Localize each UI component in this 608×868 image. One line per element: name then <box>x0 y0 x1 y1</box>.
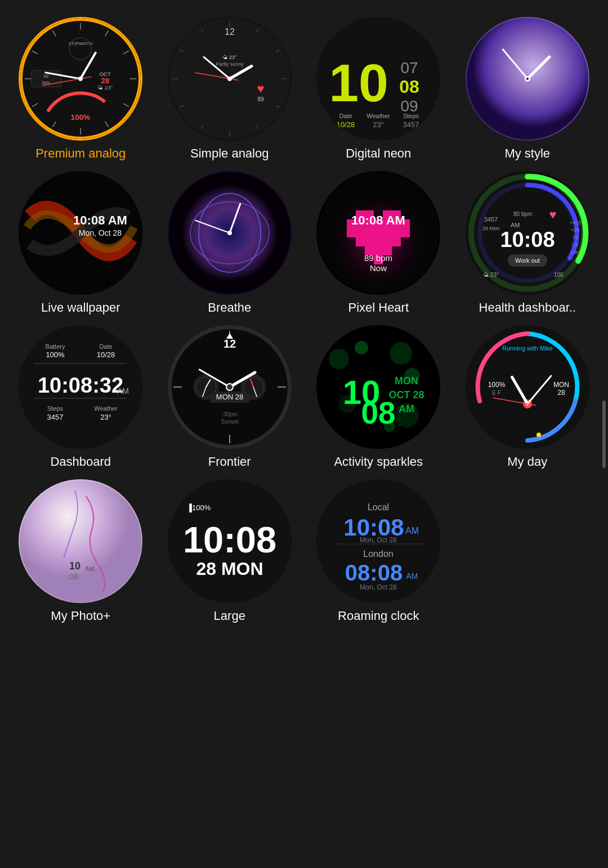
svg-text:STOPWATCH: STOPWATCH <box>69 42 93 46</box>
svg-text:Steps: Steps <box>403 113 419 119</box>
svg-text:Mon, Oct 28: Mon, Oct 28 <box>360 536 397 544</box>
svg-text:12: 12 <box>225 27 235 37</box>
svg-text:Mon, Oct 28: Mon, Oct 28 <box>79 228 122 237</box>
watch-face-large[interactable]: ▐100% 10:08 28 MON <box>168 479 292 603</box>
watch-label-premium-analog: Premium analog <box>35 146 126 161</box>
svg-text:AM: AM <box>399 403 414 415</box>
svg-text:+405: +405 <box>570 220 581 226</box>
watch-face-digital-neon[interactable]: 10 07 08 09 Date Weather Steps 10/28 23°… <box>316 17 440 141</box>
svg-text:80 bpm: 80 bpm <box>513 211 532 217</box>
svg-text:100%: 100% <box>488 381 505 389</box>
svg-text:10: 10 <box>69 560 81 572</box>
watch-face-frontier[interactable]: 12 MON 28 :30pm Sunset <box>168 325 292 449</box>
watch-item-health-dashboard[interactable]: 3457 26 Mon ♥ AM 80 bpm 10:08 Work out 🌤… <box>458 171 597 315</box>
watch-face-roaming-clock[interactable]: Local 10:08 AM Mon, Oct 28 London 08:08 … <box>316 479 440 603</box>
svg-rect-96 <box>356 237 365 246</box>
watch-item-premium-analog[interactable]: STOPWATCH OCT 28 89 bpm 🌤 23° 100% <box>11 17 150 161</box>
svg-text:♥: ♥ <box>549 208 556 222</box>
watch-label-roaming-clock: Roaming clock <box>338 609 419 623</box>
svg-text::30pm: :30pm <box>222 411 238 417</box>
svg-rect-99 <box>383 237 392 246</box>
svg-point-161 <box>226 384 233 390</box>
svg-rect-95 <box>401 228 410 237</box>
svg-text:23°: 23° <box>373 120 384 129</box>
svg-text:+28: +28 <box>571 227 579 233</box>
watch-label-simple-analog: Simple analog <box>190 146 269 161</box>
watch-item-dashboard[interactable]: Battery Date 100% 10/28 10:08:32 AM Step… <box>11 325 150 469</box>
svg-text:100%: 100% <box>46 350 65 359</box>
svg-text:26 Mon: 26 Mon <box>482 226 499 231</box>
svg-text:Battery: Battery <box>46 343 65 350</box>
svg-rect-100 <box>392 237 401 246</box>
watch-label-activity-sparkles: Activity sparkles <box>334 455 423 469</box>
svg-text:12: 12 <box>223 338 236 350</box>
svg-rect-91 <box>365 228 374 237</box>
svg-text:Steps: Steps <box>47 405 64 412</box>
watch-face-breathe[interactable] <box>168 171 292 295</box>
svg-text:23°: 23° <box>100 413 111 421</box>
watch-face-pixel-heart[interactable]: 10:08 AM 89 bpm Now <box>316 171 440 295</box>
svg-text:10: 10 <box>329 53 388 113</box>
svg-text:28: 28 <box>557 389 565 397</box>
svg-text:10/28: 10/28 <box>97 350 115 359</box>
watch-item-breathe[interactable]: Breathe <box>160 171 299 315</box>
watch-label-frontier: Frontier <box>208 455 251 469</box>
svg-point-187 <box>20 480 141 602</box>
svg-text:🌤 23°: 🌤 23° <box>97 84 113 91</box>
svg-text:08: 08 <box>399 77 419 97</box>
svg-text:3457: 3457 <box>47 413 64 421</box>
svg-rect-93 <box>383 228 392 237</box>
watch-item-my-style[interactable]: My style <box>458 17 597 161</box>
svg-rect-90 <box>356 228 365 237</box>
svg-text:🌤 23°: 🌤 23° <box>483 272 499 278</box>
svg-text:Date: Date <box>100 343 113 350</box>
svg-text:10:08: 10:08 <box>183 519 276 560</box>
watch-label-dashboard: Dashboard <box>50 455 111 469</box>
svg-rect-89 <box>347 228 356 237</box>
watch-face-my-style[interactable] <box>466 17 589 141</box>
watch-face-dashboard[interactable]: Battery Date 100% 10/28 10:08:32 AM Step… <box>19 325 142 449</box>
watch-label-health-dashboard: Health dashboar.. <box>479 300 576 315</box>
watch-face-simple-analog[interactable]: 12 🌤 23° Partly sunny ♥ 89 <box>168 17 292 141</box>
svg-text:100%: 100% <box>71 113 91 122</box>
svg-text:Weather: Weather <box>95 405 118 412</box>
svg-text:3457: 3457 <box>403 120 419 129</box>
watch-item-frontier[interactable]: 12 MON 28 :30pm Sunset <box>160 325 299 469</box>
scrollbar[interactable] <box>602 401 606 468</box>
watch-label-my-day: My day <box>507 455 547 469</box>
svg-text:UV: UV <box>571 242 579 248</box>
watch-face-my-day[interactable]: Running with Mike 100% E F MON 28 <box>466 325 589 449</box>
svg-text:▐100%: ▐100% <box>187 503 211 512</box>
svg-point-48 <box>227 77 232 81</box>
watch-item-simple-analog[interactable]: 12 🌤 23° Partly sunny ♥ 89 Simple analog <box>160 17 299 161</box>
svg-text:AM: AM <box>85 565 95 572</box>
svg-point-185 <box>537 433 541 437</box>
watch-label-pixel-heart: Pixel Heart <box>348 300 409 315</box>
svg-text:10:08: 10:08 <box>500 228 555 251</box>
svg-text:Mon, Oct 28: Mon, Oct 28 <box>360 583 397 591</box>
svg-text:07: 07 <box>401 59 418 77</box>
watch-item-digital-neon[interactable]: 10 07 08 09 Date Weather Steps 10/28 23°… <box>309 17 448 161</box>
watch-item-my-photo[interactable]: 10 08 AM My Photo+ <box>11 479 150 623</box>
svg-text:Work out: Work out <box>515 257 540 264</box>
watch-face-activity-sparkles[interactable]: 10 MON OCT 28 AM 08 <box>316 325 440 449</box>
watch-item-large[interactable]: ▐100% 10:08 28 MON Large <box>160 479 299 623</box>
watch-item-pixel-heart[interactable]: 10:08 AM 89 bpm Now Pixel Heart <box>309 171 448 315</box>
svg-text:Running with Mike: Running with Mike <box>502 345 553 352</box>
svg-text:08: 08 <box>361 395 396 430</box>
watch-face-my-photo[interactable]: 10 08 AM <box>19 479 142 603</box>
watch-item-activity-sparkles[interactable]: 10 MON OCT 28 AM 08 Activity sparkles <box>309 325 448 469</box>
watch-face-premium-analog[interactable]: STOPWATCH OCT 28 89 bpm 🌤 23° 100% <box>19 17 142 141</box>
watch-face-live-wallpaper[interactable]: 10:08 AM Mon, Oct 28 <box>19 171 142 295</box>
svg-text:AM: AM <box>405 526 419 536</box>
svg-point-75 <box>227 231 232 235</box>
svg-text:Weather: Weather <box>367 113 391 119</box>
watch-item-roaming-clock[interactable]: Local 10:08 AM Mon, Oct 28 London 08:08 … <box>309 479 448 623</box>
svg-text:E F: E F <box>492 390 501 396</box>
watch-item-my-day[interactable]: Running with Mike 100% E F MON 28 My day <box>458 325 597 469</box>
svg-point-64 <box>526 78 529 80</box>
svg-text:10:08 AM: 10:08 AM <box>73 213 127 227</box>
svg-text:Date: Date <box>339 113 352 119</box>
watch-face-health-dashboard[interactable]: 3457 26 Mon ♥ AM 80 bpm 10:08 Work out 🌤… <box>466 171 589 295</box>
watch-item-live-wallpaper[interactable]: 10:08 AM Mon, Oct 28 Live wallpaper <box>11 171 150 315</box>
